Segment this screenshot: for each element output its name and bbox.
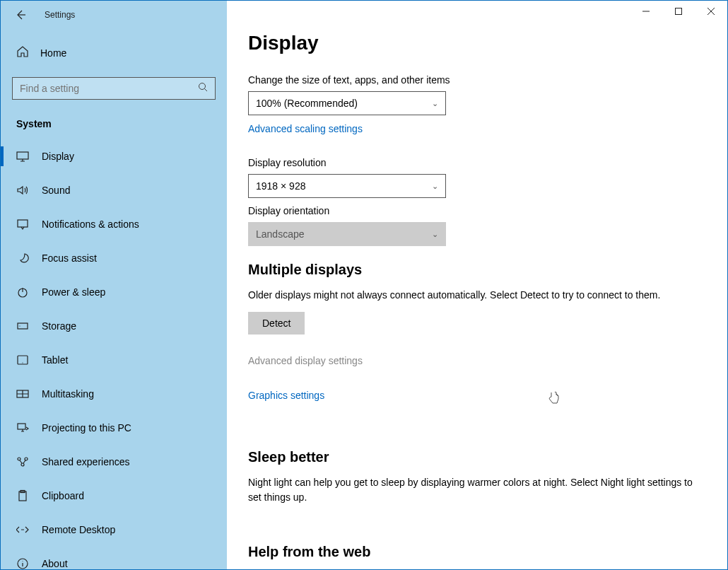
sidebar-item-label: Power & sleep [42,286,105,298]
svg-rect-1 [17,152,28,159]
sidebar-item-tablet[interactable]: Tablet [1,343,227,377]
svg-point-7 [22,362,23,363]
power-icon [16,286,29,298]
project-icon [16,421,29,434]
sidebar: Settings Home System DisplaySoundNotific… [1,1,227,569]
remote-icon [16,523,29,536]
sidebar-item-label: Multitasking [42,388,94,400]
svg-point-0 [199,83,206,90]
svg-point-11 [25,458,28,460]
svg-rect-4 [18,323,28,329]
svg-point-5 [19,325,20,326]
scale-label: Change the size of text, apps, and other… [248,74,706,86]
multiple-displays-header: Multiple displays [248,262,706,278]
sidebar-item-projecting-to-this-pc[interactable]: Projecting to this PC [1,411,227,445]
back-arrow-icon [15,9,26,21]
clipboard-icon [16,489,29,502]
sidebar-item-label: Focus assist [42,252,97,264]
chevron-down-icon: ⌄ [432,99,438,108]
sidebar-item-remote-desktop[interactable]: Remote Desktop [1,513,227,547]
detect-button[interactable]: Detect [248,312,305,335]
orientation-value: Landscape [256,228,305,240]
svg-point-12 [21,463,24,466]
sidebar-item-label: Display [42,151,74,162]
home-label: Home [40,47,66,59]
close-button[interactable] [695,1,727,22]
sidebar-item-clipboard[interactable]: Clipboard [1,479,227,513]
home-icon [16,45,29,61]
sound-icon [16,184,29,197]
home-nav[interactable]: Home [1,37,227,69]
sidebar-item-shared-experiences[interactable]: Shared experiences [1,445,227,479]
minimize-button[interactable] [630,1,662,22]
search-input[interactable] [20,83,189,94]
multiple-displays-text: Older displays might not always connect … [248,288,700,302]
storage-icon [16,320,29,332]
chevron-down-icon: ⌄ [432,182,438,191]
sidebar-item-label: Shared experiences [42,456,130,467]
sidebar-item-label: Tablet [42,354,68,366]
advanced-display-link[interactable]: Advanced display settings [248,355,363,366]
focus-icon [16,252,29,264]
sidebar-item-display[interactable]: Display [1,139,227,173]
sidebar-item-multitasking[interactable]: Multitasking [1,377,227,411]
search-box[interactable] [12,77,216,100]
display-icon [16,150,29,163]
sidebar-nav-list[interactable]: DisplaySoundNotifications & actionsFocus… [1,136,227,569]
resolution-value: 1918 × 928 [256,180,305,192]
svg-rect-2 [18,220,28,227]
sidebar-item-label: Remote Desktop [42,524,115,535]
sidebar-item-label: Notifications & actions [42,219,139,230]
orientation-label: Display orientation [248,205,706,216]
hand-cursor-icon [548,391,559,404]
window-controls [630,1,727,22]
sidebar-item-label: Projecting to this PC [42,422,131,434]
minimize-icon [642,8,650,15]
sidebar-item-storage[interactable]: Storage [1,309,227,343]
advanced-scaling-link[interactable]: Advanced scaling settings [248,123,363,134]
back-button[interactable] [13,8,28,22]
resolution-label: Display resolution [248,157,706,168]
sidebar-item-focus-assist[interactable]: Focus assist [1,241,227,275]
notifications-icon [16,218,29,231]
maximize-button[interactable] [662,1,695,22]
scale-value: 100% (Recommended) [256,98,358,109]
svg-rect-9 [18,424,25,429]
help-from-web-header: Help from the web [248,544,706,560]
sidebar-item-power-sleep[interactable]: Power & sleep [1,275,227,309]
sidebar-header: Settings [1,1,227,29]
svg-point-10 [18,458,20,460]
sidebar-category: System [1,105,227,136]
tablet-icon [16,354,29,366]
multitask-icon [16,388,29,400]
sidebar-item-label: Clipboard [42,490,84,501]
settings-window: Settings Home System DisplaySoundNotific… [0,0,728,570]
sidebar-item-label: About [42,558,68,569]
chevron-down-icon: ⌄ [432,230,438,239]
scale-dropdown[interactable]: 100% (Recommended) ⌄ [248,91,446,115]
page-title: Display [248,32,706,54]
maximize-icon [675,8,682,15]
shared-icon [16,455,29,468]
resolution-dropdown[interactable]: 1918 × 928 ⌄ [248,174,446,198]
sleep-better-header: Sleep better [248,449,706,465]
sidebar-item-label: Sound [42,185,70,196]
sidebar-item-label: Storage [42,320,76,332]
sidebar-item-sound[interactable]: Sound [1,173,227,207]
close-icon [708,8,715,15]
svg-rect-16 [676,8,682,15]
app-title: Settings [45,10,75,20]
sleep-better-text: Night light can help you get to sleep by… [248,475,700,504]
about-icon [16,557,29,569]
sidebar-item-notifications-actions[interactable]: Notifications & actions [1,207,227,241]
graphics-settings-link[interactable]: Graphics settings [248,390,324,401]
search-container [1,69,227,105]
sidebar-item-about[interactable]: About [1,547,227,569]
search-icon [198,82,208,95]
orientation-dropdown: Landscape ⌄ [248,222,446,246]
main-panel[interactable]: Display Change the size of text, apps, a… [227,1,727,569]
